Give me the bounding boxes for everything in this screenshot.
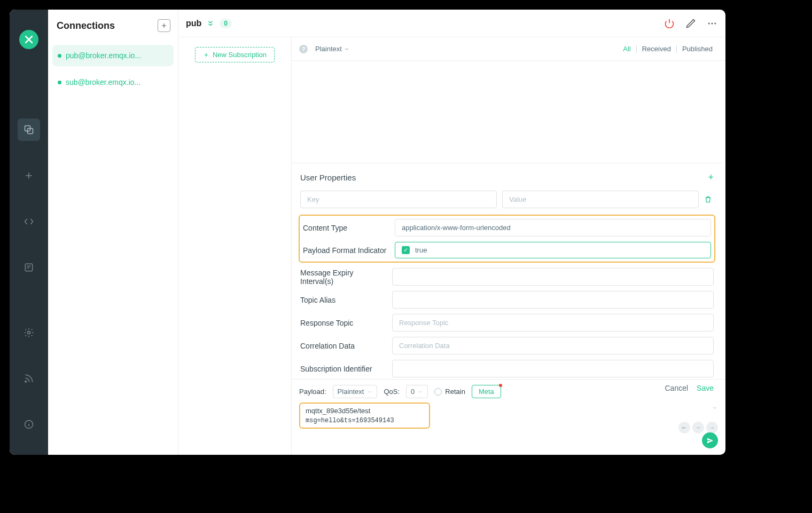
topbar: pub 0 (178, 10, 725, 37)
svg-point-3 (28, 332, 30, 334)
disconnect-icon[interactable] (663, 18, 675, 29)
nav-icons (18, 119, 40, 321)
qos-value: 0 (411, 388, 415, 396)
delete-property-icon[interactable] (704, 195, 714, 203)
content: New Subscription ? Plaintext All Receive… (178, 37, 725, 455)
meta-button-label: Meta (479, 388, 494, 396)
user-property-row (300, 191, 714, 208)
filter-tab-published[interactable]: Published (677, 45, 718, 53)
connection-item-sub[interactable]: sub@broker.emqx.io... (52, 72, 174, 93)
send-button[interactable] (702, 432, 718, 448)
publish-row: mqttx_89e3d55e/test msg=hello&ts=1693549… (299, 402, 718, 433)
publish-right: ← − → (678, 402, 718, 433)
connection-tab-name: pub (186, 19, 201, 28)
subscription-panel: New Subscription (178, 37, 292, 455)
message-expiry-label: Message Expiry Interval(s) (300, 269, 387, 286)
property-key-input[interactable] (300, 191, 497, 208)
log-icon[interactable] (18, 256, 40, 279)
checkbox-checked-icon[interactable]: ✓ (402, 246, 410, 254)
codec-label: Plaintext (315, 45, 342, 53)
topic-alias-input[interactable] (392, 291, 714, 309)
info-icon[interactable] (18, 413, 40, 436)
payload-format-label: Payload Format Indicator (303, 246, 389, 255)
qos-label: QoS: (384, 388, 400, 396)
retain-label: Retain (445, 388, 465, 396)
main-area: pub 0 N (178, 10, 725, 455)
expand-icon[interactable] (712, 405, 718, 411)
connection-name: pub@broker.emqx.io... (66, 51, 141, 60)
payload-label: Payload: (299, 388, 326, 396)
connections-icon[interactable] (18, 119, 40, 141)
more-icon[interactable] (706, 18, 718, 29)
meta-panel: User Properties + Content Type (292, 163, 722, 398)
correlation-data-input[interactable] (392, 337, 714, 354)
response-topic-input[interactable] (392, 314, 714, 332)
connection-list: pub@broker.emqx.io... sub@broker.emqx.io… (48, 40, 178, 104)
connections-title: Connections (57, 20, 115, 31)
collapse-icon[interactable] (207, 20, 214, 27)
status-dot-icon (58, 54, 61, 58)
change-indicator-icon (499, 384, 502, 387)
qos-select[interactable]: 0 (406, 385, 428, 398)
content-type-label: Content Type (303, 224, 389, 232)
history-prev-icon[interactable]: ← (678, 422, 690, 433)
message-expiry-input[interactable] (392, 268, 714, 286)
feed-icon[interactable] (18, 367, 40, 390)
help-icon[interactable]: ? (299, 45, 308, 53)
app-window: Connections pub@broker.emqx.io... sub@br… (10, 10, 725, 455)
topic-input[interactable]: mqttx_89e3d55e/test (306, 407, 424, 415)
highlighted-properties: Content Type Payload Format Indicator ✓ … (299, 215, 715, 263)
connections-header: Connections (48, 10, 178, 40)
topbar-right (663, 18, 718, 29)
correlation-data-label: Correlation Data (300, 342, 387, 350)
property-value-input[interactable] (502, 191, 699, 208)
topbar-left: pub 0 (186, 19, 232, 28)
user-properties-title: User Properties (300, 173, 356, 182)
new-subscription-button[interactable]: New Subscription (195, 47, 275, 62)
correlation-data-row: Correlation Data (300, 337, 714, 354)
publish-editor[interactable]: mqttx_89e3d55e/test msg=hello&ts=1693549… (299, 402, 430, 429)
add-property-icon[interactable]: + (708, 172, 714, 183)
nav-sidebar (10, 10, 48, 455)
codec-select[interactable]: Plaintext (315, 45, 349, 53)
connection-name: sub@broker.emqx.io... (66, 78, 140, 86)
svg-point-6 (708, 22, 710, 24)
filter-tab-all[interactable]: All (618, 45, 636, 53)
filter-tab-received[interactable]: Received (637, 45, 676, 53)
response-topic-label: Response Topic (300, 319, 387, 327)
payload-codec-select[interactable]: Plaintext (333, 385, 378, 398)
subscription-id-input[interactable] (392, 360, 714, 377)
payload-input[interactable]: msg=hello&ts=1693549143 (306, 417, 424, 424)
message-expiry-row: Message Expiry Interval(s) (300, 268, 714, 286)
svg-point-7 (712, 22, 713, 24)
new-subscription-label: New Subscription (213, 51, 267, 59)
topic-alias-row: Topic Alias (300, 291, 714, 309)
edit-icon[interactable] (685, 18, 697, 29)
meta-button[interactable]: Meta (472, 385, 501, 398)
subscription-id-row: Subscription Identifier (300, 360, 714, 377)
retain-toggle[interactable]: Retain (434, 388, 465, 396)
filter-tabs: All Received Published (618, 45, 718, 53)
svg-point-8 (714, 22, 716, 24)
message-area: ? Plaintext All Received Published (292, 37, 725, 455)
payload-format-value: true (415, 246, 427, 254)
response-topic-row: Response Topic (300, 314, 714, 332)
svg-point-4 (25, 381, 27, 383)
history-next-icon[interactable]: → (706, 422, 718, 433)
publish-controls: Payload: Plaintext QoS: 0 Retain (299, 385, 718, 398)
svg-rect-2 (25, 264, 32, 271)
content-type-input[interactable] (395, 219, 711, 236)
payload-format-row: Payload Format Indicator ✓ true (303, 242, 711, 258)
publish-bar: Payload: Plaintext QoS: 0 Retain (292, 379, 725, 455)
add-connection-button[interactable] (158, 19, 170, 32)
add-icon[interactable] (18, 164, 40, 187)
message-count-badge: 0 (220, 19, 232, 28)
history-mid-icon[interactable]: − (692, 422, 704, 433)
payload-format-field[interactable]: ✓ true (395, 242, 711, 258)
settings-icon[interactable] (18, 321, 40, 344)
app-logo (19, 30, 38, 49)
message-filter-bar: ? Plaintext All Received Published (292, 37, 725, 61)
subscription-id-label: Subscription Identifier (300, 365, 387, 373)
connection-item-pub[interactable]: pub@broker.emqx.io... (52, 45, 174, 66)
script-icon[interactable] (18, 210, 40, 233)
